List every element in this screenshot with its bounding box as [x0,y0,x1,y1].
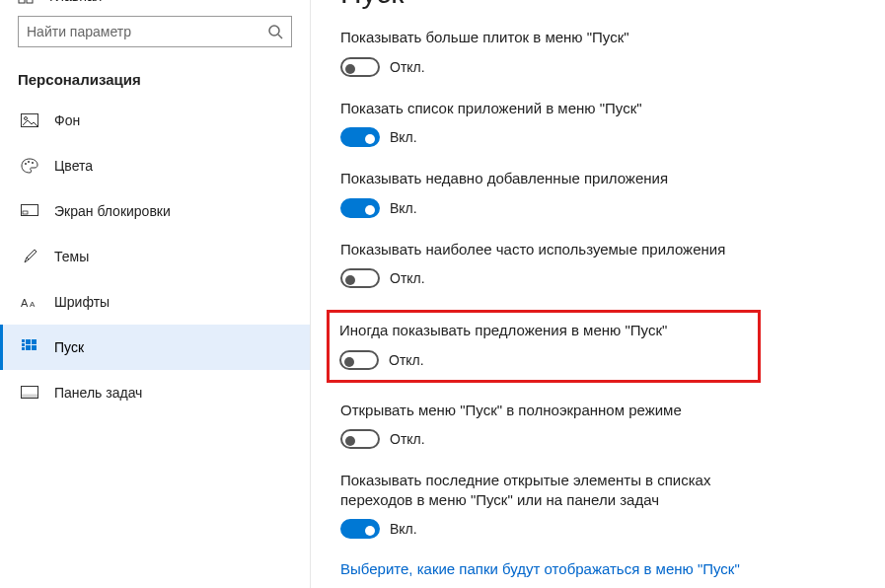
sidebar-section-title: Персонализация [0,65,310,98]
sidebar-item-start[interactable]: Пуск [0,325,310,370]
main-content: Пуск Показывать больше плиток в меню "Пу… [311,0,885,588]
toggle-jump-lists[interactable] [340,519,380,539]
sidebar-item-taskbar[interactable]: Панель задач [0,370,310,415]
font-icon: AA [21,295,38,309]
sidebar-item-themes[interactable]: Темы [0,234,310,279]
palette-icon [21,158,38,174]
setting-label: Показывать последние открытые элементы в… [340,471,755,509]
home-icon [18,0,34,4]
svg-rect-18 [22,347,25,350]
setting-label: Иногда показывать предложения в меню "Пу… [339,321,748,340]
svg-point-10 [32,162,34,164]
search-container [0,6,310,65]
choose-folders-link[interactable]: Выберите, какие папки будут отображаться… [340,560,885,577]
highlighted-setting: Иногда показывать предложения в меню "Пу… [327,310,761,383]
sidebar-item-label: Экран блокировки [54,203,171,219]
sidebar-item-colors[interactable]: Цвета [0,143,310,188]
svg-rect-24 [22,395,38,399]
svg-point-9 [28,161,30,163]
svg-rect-2 [19,0,25,3]
setting-jump-lists: Показывать последние открытые элементы в… [340,471,885,539]
setting-label: Показывать наиболее часто используемые п… [340,240,755,259]
sidebar-item-label: Пуск [54,339,84,355]
toggle-state: Откл. [390,59,425,75]
sidebar-item-label: Шрифты [54,294,110,310]
toggle-recent-apps[interactable] [340,198,380,218]
sidebar-item-label: Цвета [54,158,93,174]
sidebar: Главная Персонализация Фон Цвета [0,0,311,588]
svg-text:A: A [30,300,36,309]
toggle-fullscreen[interactable] [340,429,380,449]
svg-line-5 [278,35,282,38]
sidebar-nav: Фон Цвета Экран блокировки Темы AA Шрифт… [0,98,310,415]
svg-rect-19 [26,339,31,344]
toggle-state: Откл. [389,352,424,368]
start-icon [21,339,38,355]
svg-point-7 [25,117,28,120]
toggle-most-used[interactable] [340,268,380,288]
sidebar-item-lockscreen[interactable]: Экран блокировки [0,188,310,234]
setting-suggestions: Иногда показывать предложения в меню "Пу… [339,321,748,370]
svg-rect-12 [23,211,28,214]
svg-rect-16 [22,339,25,342]
brush-icon [21,249,38,264]
svg-text:A: A [21,297,29,309]
setting-app-list: Показать список приложений в меню "Пуск"… [340,99,885,148]
search-box[interactable] [18,16,292,47]
sidebar-item-fonts[interactable]: AA Шрифты [0,279,310,325]
toggle-suggestions[interactable] [339,350,379,370]
sidebar-item-label: Панель задач [54,385,142,401]
setting-more-tiles: Показывать больше плиток в меню "Пуск" О… [340,28,885,77]
svg-rect-21 [26,345,31,350]
search-icon [267,24,283,39]
toggle-state: Вкл. [390,521,417,537]
toggle-app-list[interactable] [340,127,380,147]
setting-most-used: Показывать наиболее часто используемые п… [340,240,885,289]
sidebar-home-label: Главная [49,0,102,4]
picture-icon [21,113,38,127]
page-title: Пуск [340,0,885,10]
svg-rect-20 [32,339,37,344]
toggle-state: Откл. [390,270,425,286]
taskbar-icon [21,386,38,400]
svg-point-8 [25,163,27,165]
svg-rect-3 [27,0,33,3]
setting-fullscreen: Открывать меню "Пуск" в полноэкранном ре… [340,401,885,450]
setting-label: Открывать меню "Пуск" в полноэкранном ре… [340,401,755,420]
sidebar-item-label: Темы [54,249,89,264]
toggle-state: Откл. [390,431,425,447]
toggle-more-tiles[interactable] [340,57,380,77]
setting-label: Показывать недавно добавленные приложени… [340,169,755,188]
toggle-state: Вкл. [390,129,417,145]
toggle-state: Вкл. [390,200,417,216]
svg-rect-17 [22,343,25,346]
lockscreen-icon [21,204,38,218]
sidebar-item-background[interactable]: Фон [0,98,310,143]
svg-rect-22 [32,345,37,350]
sidebar-item-label: Фон [54,112,80,128]
setting-label: Показывать больше плиток в меню "Пуск" [340,28,755,47]
svg-point-4 [269,26,279,36]
setting-recent-apps: Показывать недавно добавленные приложени… [340,169,885,218]
search-input[interactable] [27,24,267,39]
setting-label: Показать список приложений в меню "Пуск" [340,99,755,118]
